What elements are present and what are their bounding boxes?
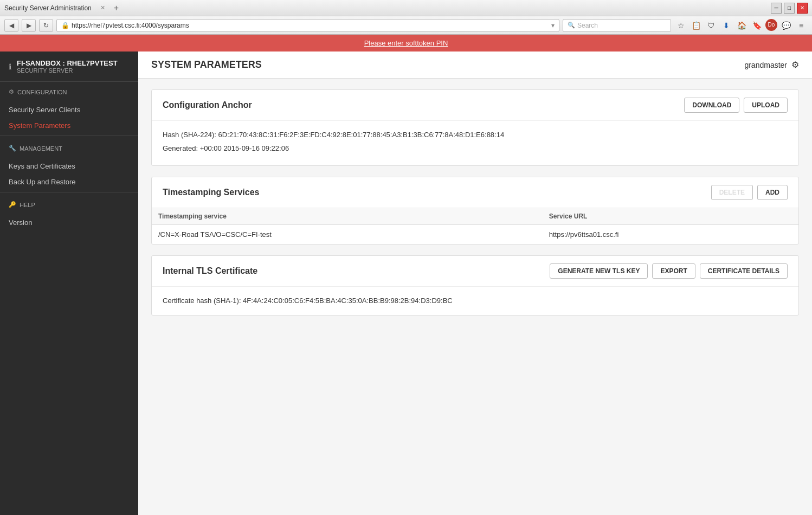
server-sub: SECURITY SERVER — [17, 67, 118, 74]
key-icon: 🔑 — [9, 201, 16, 208]
timestamping-table: Timestamping service Service URL /CN=X-R… — [152, 208, 798, 244]
management-title: 🔧 MANAGEMENT — [9, 145, 130, 152]
timestamping-services-card: Timestamping Services DELETE ADD Timesta… — [151, 177, 799, 244]
configuration-anchor-header: Configuration Anchor DOWNLOAD UPLOAD — [152, 90, 798, 121]
star-icon[interactable]: ☆ — [674, 19, 687, 32]
delete-button[interactable]: DELETE — [711, 185, 753, 200]
hash-text: Hash (SHA-224): 6D:21:70:43:8C:31:F6:2F:… — [163, 130, 788, 141]
search-text: Search — [577, 22, 598, 29]
profile-icon[interactable]: Do — [765, 19, 777, 31]
sidebar-item-keys-and-certificates[interactable]: Keys and Certificates — [0, 158, 138, 174]
configuration-section: ⚙ CONFIGURATION — [0, 82, 138, 102]
home-icon[interactable]: 🏠 — [735, 19, 748, 32]
certificate-details-button[interactable]: CERTIFICATE DETAILS — [700, 263, 788, 279]
user-info: grandmaster ⚙ — [744, 60, 799, 70]
sidebar-item-version[interactable]: Version — [0, 215, 138, 230]
lock-icon: 🔒 — [61, 22, 69, 29]
table-row[interactable]: /CN=X-Road TSA/O=CSC/C=FI-test https://p… — [152, 224, 798, 244]
timestamping-title: Timestamping Services — [163, 188, 259, 197]
sidebar-header: ℹ FI-SANDBOX : RHEL7PVTEST SECURITY SERV… — [0, 52, 138, 82]
search-icon: 🔍 — [568, 22, 575, 29]
minimize-btn[interactable]: ─ — [771, 3, 782, 14]
url-cell: https://pv6ttsa01.csc.fi — [543, 224, 798, 244]
search-bar[interactable]: 🔍 Search — [563, 19, 671, 32]
timestamping-actions: DELETE ADD — [711, 185, 788, 200]
sidebar: ℹ FI-SANDBOX : RHEL7PVTEST SECURITY SERV… — [0, 52, 138, 515]
reload-btn[interactable]: ↻ — [39, 19, 53, 32]
address-bar[interactable]: 🔒 https://rhel7pvtest.csc.fi:4000/syspar… — [56, 19, 559, 32]
help-title: 🔑 HELP — [9, 201, 130, 208]
tls-header: Internal TLS Certificate GENERATE NEW TL… — [152, 256, 798, 287]
main-content: SYSTEM PARAMETERS grandmaster ⚙ Configur… — [138, 52, 812, 515]
notification-link[interactable]: Please enter softtoken PIN — [364, 39, 448, 47]
configuration-anchor-card: Configuration Anchor DOWNLOAD UPLOAD Has… — [151, 89, 799, 166]
gear-icon: ⚙ — [9, 88, 14, 95]
tls-title: Internal TLS Certificate — [163, 266, 257, 276]
app-layout: ℹ FI-SANDBOX : RHEL7PVTEST SECURITY SERV… — [0, 52, 812, 515]
download-button[interactable]: DOWNLOAD — [684, 98, 739, 113]
address-text: https://rhel7pvtest.csc.fi:4000/sysparam… — [72, 22, 549, 29]
tab-title: Security Server Administration — [4, 4, 92, 12]
close-btn[interactable]: ✕ — [797, 3, 808, 14]
window-controls: ─ □ ✕ — [771, 3, 808, 14]
help-section: 🔑 HELP — [0, 195, 138, 215]
add-button[interactable]: ADD — [757, 185, 788, 200]
new-tab-btn[interactable]: + — [114, 3, 119, 13]
content-area: Configuration Anchor DOWNLOAD UPLOAD Has… — [138, 79, 812, 326]
download-icon[interactable]: ⬇ — [720, 19, 733, 32]
sidebar-item-system-parameters[interactable]: System Parameters — [0, 118, 138, 133]
tls-hash-text: Certificate hash (SHA-1): 4F:4A:24:C0:05… — [163, 295, 788, 307]
upload-button[interactable]: UPLOAD — [744, 98, 788, 113]
notification-bar: Please enter softtoken PIN — [0, 35, 812, 52]
nav-bar: ◀ ▶ ↻ 🔒 https://rhel7pvtest.csc.fi:4000/… — [0, 16, 812, 35]
management-section: 🔧 MANAGEMENT — [0, 138, 138, 158]
divider-2 — [0, 192, 138, 192]
wrench-icon: 🔧 — [9, 145, 16, 152]
service-cell: /CN=X-Road TSA/O=CSC/C=FI-test — [152, 224, 543, 244]
title-bar: Security Server Administration ✕ + ─ □ ✕ — [0, 0, 812, 16]
sidebar-item-back-up-and-restore[interactable]: Back Up and Restore — [0, 174, 138, 190]
main-header: SYSTEM PARAMETERS grandmaster ⚙ — [138, 52, 812, 79]
back-btn[interactable]: ◀ — [4, 19, 18, 32]
nav-icons: ☆ 📋 🛡 ⬇ 🏠 🔖 Do 💬 ≡ — [674, 19, 808, 32]
user-settings-icon[interactable]: ⚙ — [791, 60, 799, 70]
chat-icon[interactable]: 💬 — [779, 19, 792, 32]
username: grandmaster — [744, 61, 787, 69]
col-service: Timestamping service — [152, 208, 543, 225]
tls-certificate-card: Internal TLS Certificate GENERATE NEW TL… — [151, 255, 799, 316]
timestamping-body: Timestamping service Service URL /CN=X-R… — [152, 208, 798, 244]
divider-1 — [0, 136, 138, 136]
server-name: FI-SANDBOX : RHEL7PVTEST — [17, 59, 118, 67]
bookmark-icon[interactable]: 🔖 — [750, 19, 763, 32]
menu-icon[interactable]: ≡ — [795, 19, 808, 32]
page-title: SYSTEM PARAMETERS — [151, 59, 262, 70]
generated-text: Generated: +00:00 2015-09-16 09:22:06 — [163, 143, 788, 154]
sidebar-item-security-server-clients[interactable]: Security Server Clients — [0, 102, 138, 118]
forward-btn[interactable]: ▶ — [22, 19, 36, 32]
clipboard-icon[interactable]: 📋 — [689, 19, 703, 32]
export-button[interactable]: EXPORT — [652, 263, 695, 279]
tls-actions: GENERATE NEW TLS KEY EXPORT CERTIFICATE … — [550, 263, 788, 279]
configuration-title: ⚙ CONFIGURATION — [9, 88, 130, 95]
configuration-anchor-title: Configuration Anchor — [163, 100, 252, 110]
configuration-anchor-body: Hash (SHA-224): 6D:21:70:43:8C:31:F6:2F:… — [152, 121, 798, 165]
timestamping-header: Timestamping Services DELETE ADD — [152, 177, 798, 208]
col-url: Service URL — [543, 208, 798, 225]
info-icon: ℹ — [9, 62, 11, 71]
dropdown-icon: ▾ — [551, 22, 555, 29]
tab-close-icon[interactable]: ✕ — [100, 4, 105, 11]
configuration-anchor-actions: DOWNLOAD UPLOAD — [684, 98, 788, 113]
maximize-btn[interactable]: □ — [784, 3, 795, 14]
tls-body: Certificate hash (SHA-1): 4F:4A:24:C0:05… — [152, 287, 798, 316]
browser-frame: Security Server Administration ✕ + ─ □ ✕… — [0, 0, 812, 515]
shield-icon[interactable]: 🛡 — [705, 19, 718, 32]
generate-tls-key-button[interactable]: GENERATE NEW TLS KEY — [550, 263, 648, 279]
